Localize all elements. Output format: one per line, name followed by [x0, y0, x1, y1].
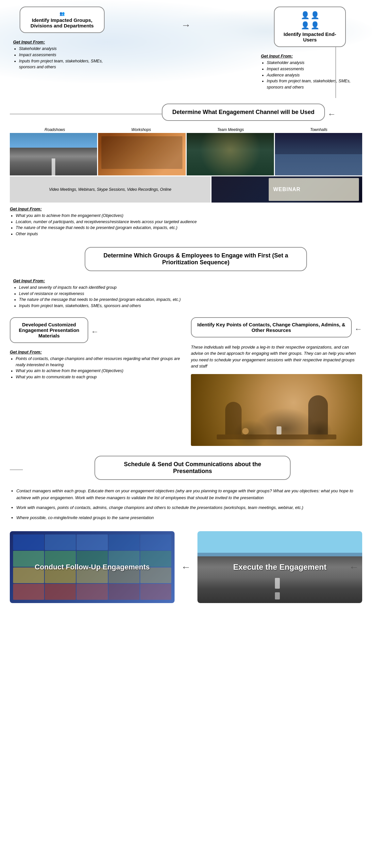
end-users-input-4: Inputs from project team, stakeholders, …	[267, 78, 362, 91]
team-meetings-image	[187, 133, 274, 176]
line-to-schedule	[10, 469, 23, 470]
end-users-column: 👤 👤 👤 👤 Identify Impacted End-Users Get …	[258, 6, 362, 91]
materials-input-label: Get Input From:	[10, 349, 181, 354]
grid-cell	[45, 584, 76, 600]
end-users-input-2: Impact assessments	[267, 66, 362, 72]
end-users-bullet-list: Stakeholder analysis Impact assessments …	[261, 60, 362, 91]
groups-box: 👥 Identify Impacted Groups, Divisions an…	[20, 6, 105, 33]
channel-input-1: What you aim to achieve from the engagem…	[16, 213, 362, 219]
prioritization-input-2: Level of resistance or receptiveness	[19, 291, 362, 297]
channel-labels-row: Roadshows Workshops Team Meetings Townha…	[10, 127, 362, 132]
channel-images-bottom: Video Meetings, Webinars, Skype Sessions…	[10, 177, 362, 203]
end-users-box: 👤 👤 👤 👤 Identify Impacted End-Users	[274, 6, 346, 47]
middle-row-section: Developed Customized Engagement Presenta…	[10, 317, 362, 446]
follow-up-label: Conduct Follow-Up Engagements	[28, 556, 156, 578]
end-users-input-label: Get Input From:	[261, 54, 362, 59]
arrow-groups-to-users: →	[181, 6, 191, 31]
prioritization-input-4: Inputs from project team, stakeholders, …	[19, 303, 362, 309]
prioritization-input-label: Get Input From:	[13, 278, 362, 283]
townhalls-image	[275, 133, 362, 176]
grid-cell	[140, 584, 171, 600]
key-points-column: Identify Key Points of Contacts, Change …	[191, 317, 362, 446]
groups-title: Identify Impacted Groups, Divisions and …	[27, 17, 97, 28]
groups-input-3: Inputs from project team, stakeholders, …	[19, 58, 114, 70]
arrow-key-points: ←	[352, 324, 362, 334]
end-users-title: Identify Impacted End-Users	[281, 31, 339, 42]
prioritization-header: Determine Which Groups & Employees to En…	[85, 247, 307, 271]
arrow-right-edge: ←	[349, 562, 359, 573]
groups-input-2: Impact assessments	[19, 52, 114, 58]
channel-bullet-list: What you aim to achieve from the engagem…	[10, 213, 362, 237]
schedule-section: Schedule & Send Out Communications about…	[10, 456, 362, 521]
schedule-bullet-3: Where possible, co-mingle/invite related…	[16, 515, 362, 521]
prioritization-inputs: Get Input From: Level and severity of im…	[10, 278, 362, 309]
arrow-into-channel: ←	[325, 109, 336, 119]
grid-cell	[140, 534, 171, 551]
groups-inputs: Get Input From: Stakeholder analysis Imp…	[10, 37, 114, 70]
schedule-title: Schedule & Send Out Communications about…	[124, 461, 261, 474]
schedule-bullet-2: Work with managers, points of contacts, …	[16, 504, 362, 511]
schedule-header: Schedule & Send Out Communications about…	[94, 456, 291, 480]
arrow-execute-to-followup: ←	[181, 531, 191, 603]
line-to-channel	[10, 114, 162, 114]
bottom-row-section: Conduct Follow-Up Engagements ← ← Execut…	[10, 531, 362, 603]
grid-cell	[13, 584, 44, 600]
channel-input-label: Get Input From:	[10, 207, 362, 211]
workshop-image	[98, 133, 185, 176]
channel-input-2: Location, number of participants, and re…	[16, 219, 362, 225]
channel-label-3: Team Meetings	[217, 127, 244, 132]
channel-input-section: Get Input From: What you aim to achieve …	[10, 207, 362, 237]
webinar-label: WEBINAR	[273, 187, 301, 192]
road-marking	[275, 578, 280, 589]
page-container: 👥 Identify Impacted Groups, Divisions an…	[0, 0, 372, 610]
schedule-bullet-list: Contact managers within each group. Educ…	[10, 488, 362, 521]
schedule-bullet-1: Contact managers within each group. Educ…	[16, 488, 362, 501]
grid-cell	[109, 534, 140, 551]
webinar-box: WEBINAR	[211, 177, 362, 203]
groups-bullet-list: Stakeholder analysis Impact assessments …	[13, 46, 114, 70]
materials-input-2: What you aim to achieve from the engagem…	[16, 368, 181, 374]
groups-input-1: Stakeholder analysis	[19, 46, 114, 52]
materials-bullet-list: Points of contacts, change champions and…	[10, 356, 181, 380]
prioritization-input-1: Level and severity of impacts for each i…	[19, 284, 362, 291]
materials-box: Developed Customized Engagement Presenta…	[10, 317, 88, 343]
roadshow-image	[10, 133, 97, 176]
prioritization-title: Determine Which Groups & Employees to En…	[103, 252, 288, 266]
materials-column: Developed Customized Engagement Presenta…	[10, 317, 181, 380]
virtual-label: Video Meetings, Webinars, Skype Sessions…	[49, 187, 171, 192]
channel-label-4: Townhalls	[310, 127, 327, 132]
materials-input-1: Points of contacts, change champions and…	[16, 356, 181, 368]
end-users-inputs: Get Input From: Stakeholder analysis Imp…	[258, 51, 362, 91]
arrow-materials: ←	[88, 327, 99, 336]
end-users-input-3: Audience analysis	[267, 72, 362, 79]
execute-box: ← Execute the Engagement	[197, 531, 362, 603]
channel-input-3: The nature of the message that needs to …	[16, 225, 362, 231]
materials-inputs: Get Input From: Points of contacts, chan…	[10, 349, 181, 380]
virtual-box: Video Meetings, Webinars, Skype Sessions…	[10, 177, 210, 203]
end-users-input-1: Stakeholder analysis	[267, 60, 362, 66]
key-points-description: These individuals will help provide a le…	[191, 344, 362, 370]
grid-cell	[109, 584, 140, 600]
channel-section: Determine What Engagement Channel will b…	[10, 103, 362, 237]
channel-header-box: Determine What Engagement Channel will b…	[162, 103, 325, 121]
collaboration-image	[191, 374, 362, 446]
grid-cell	[13, 534, 44, 551]
follow-up-box: Conduct Follow-Up Engagements	[10, 531, 175, 603]
prioritization-input-3: The nature of the message that needs to …	[19, 297, 362, 303]
key-points-title: Identify Key Points of Contacts, Change …	[197, 322, 345, 333]
groups-column: 👥 Identify Impacted Groups, Divisions an…	[10, 6, 114, 70]
materials-title: Developed Customized Engagement Presenta…	[19, 322, 79, 338]
top-section: 👥 Identify Impacted Groups, Divisions an…	[10, 6, 362, 91]
channel-label-1: Roadshows	[45, 127, 65, 132]
prioritization-section: Determine Which Groups & Employees to En…	[10, 247, 362, 309]
channel-title: Determine What Engagement Channel will b…	[172, 109, 314, 115]
channel-label-2: Workshops	[132, 127, 151, 132]
grid-cell	[45, 534, 76, 551]
materials-input-3: What you aim to communicate to each grou…	[16, 374, 181, 380]
channel-input-4: Other inputs	[16, 231, 362, 237]
road-marking-2	[275, 592, 280, 599]
prioritization-bullet-list: Level and severity of impacts for each i…	[13, 284, 362, 309]
grid-cell	[77, 584, 108, 600]
groups-input-label: Get Input From:	[13, 39, 114, 44]
key-points-box: Identify Key Points of Contacts, Change …	[191, 317, 352, 338]
